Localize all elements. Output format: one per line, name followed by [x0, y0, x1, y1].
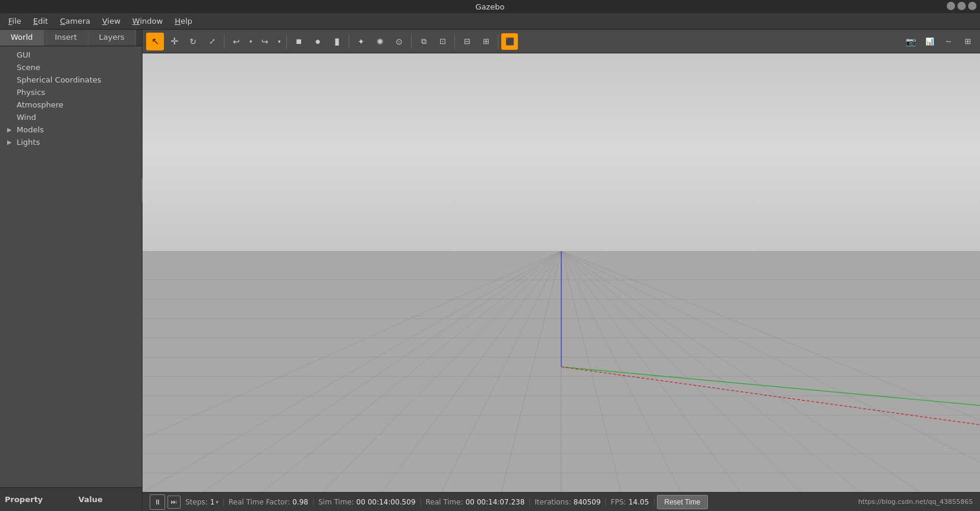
layout-button[interactable]: ⊞	[959, 33, 976, 50]
spot-light-button[interactable]: ⊙	[390, 33, 408, 50]
menu-file[interactable]: File	[2, 15, 27, 27]
minimize-button[interactable]	[947, 2, 955, 10]
tree-item-label: Models	[17, 125, 44, 134]
screenshot-button[interactable]: 📷	[902, 33, 919, 50]
menu-edit[interactable]: Edit	[27, 15, 54, 27]
fps-value: 14.05	[628, 498, 649, 506]
tree-item-spherical-coordinates[interactable]: Spherical Coordinates	[0, 74, 142, 86]
sphere-button[interactable]: ●	[309, 33, 327, 50]
step-icon: ⏭	[171, 499, 177, 505]
grid-overlay	[143, 251, 980, 492]
tree-item-models[interactable]: ▶ Models	[0, 123, 142, 136]
url-text: https://blog.csdn.net/qq_43855865	[858, 498, 973, 506]
toolbar-sep-6	[498, 34, 498, 49]
svg-line-19	[501, 251, 561, 492]
undo-button[interactable]: ↩	[227, 33, 245, 50]
right-side: ↖ ✛ ↻ ⤢ ↩ ▾ ↪ ▾ ■ ● ▮ ✦ ✺ ⊙ ⧉	[143, 30, 980, 511]
undo-dropdown[interactable]: ▾	[246, 33, 255, 50]
cylinder-button[interactable]: ▮	[328, 33, 346, 50]
left-panel: World Insert Layers GUI Scene Spherical …	[0, 30, 143, 511]
steps-label: Steps:	[185, 498, 208, 506]
tree-item-label: Atmosphere	[17, 100, 64, 109]
tree-item-gui[interactable]: GUI	[0, 49, 142, 61]
svg-line-28	[561, 251, 980, 492]
realtime2-label: Real Time:	[426, 498, 463, 506]
svg-line-30	[561, 367, 980, 405]
viewport[interactable]	[143, 53, 980, 492]
tree-item-label: Wind	[17, 113, 36, 122]
tree-item-wind[interactable]: Wind	[0, 111, 142, 123]
rotate-tool-button[interactable]: ↻	[184, 33, 202, 50]
iterations-label: Iterations:	[535, 498, 571, 506]
align-button[interactable]: ⊟	[458, 33, 476, 50]
tab-world[interactable]: World	[0, 30, 44, 46]
tree-item-label: Physics	[17, 88, 45, 97]
menu-camera[interactable]: Camera	[54, 15, 96, 27]
toolbar-sep-5	[454, 34, 455, 49]
value-col-header: Value	[78, 495, 103, 504]
snap-button[interactable]: ⊞	[477, 33, 495, 50]
fps-section: FPS: 14.05	[606, 498, 654, 506]
window-title: Gazebo	[475, 2, 504, 11]
menu-help[interactable]: Help	[169, 15, 198, 27]
select-tool-button[interactable]: ↖	[146, 33, 164, 50]
svg-line-27	[561, 251, 980, 492]
toolbar-sep-4	[411, 34, 412, 49]
steps-control[interactable]: 1 ▾	[210, 498, 219, 506]
step-button[interactable]: ⏭	[167, 496, 181, 509]
simtime-value: 00 00:14:00.509	[356, 498, 416, 506]
box-button[interactable]: ■	[290, 33, 308, 50]
copy-button[interactable]: ⧉	[415, 33, 432, 50]
tree-item-lights[interactable]: ▶ Lights	[0, 136, 142, 148]
tree-item-label: Spherical Coordinates	[17, 75, 102, 84]
tree-panel: GUI Scene Spherical Coordinates Physics …	[0, 46, 142, 487]
realtime2-value: 00 00:14:07.238	[466, 498, 525, 506]
reset-time-button[interactable]: Reset Time	[657, 495, 709, 509]
maximize-button[interactable]	[957, 2, 966, 10]
tree-item-physics[interactable]: Physics	[0, 86, 142, 99]
simtime-section: Sim Time: 00 00:14:00.509	[314, 498, 421, 506]
menu-window[interactable]: Window	[127, 15, 169, 27]
scale-tool-button[interactable]: ⤢	[203, 33, 221, 50]
tree-item-label: GUI	[17, 50, 30, 59]
redo-button[interactable]: ↪	[256, 33, 274, 50]
toolbar-right: 📷 📊 ～ ⊞	[902, 33, 976, 50]
realtime-factor-section: Real Time Factor: 0.98	[224, 498, 314, 506]
plot-button[interactable]: ～	[940, 33, 957, 50]
toolbar-sep-3	[349, 34, 349, 49]
svg-line-22	[561, 251, 681, 492]
tree-item-scene[interactable]: Scene	[0, 61, 142, 74]
iterations-value: 840509	[574, 498, 601, 506]
window-controls[interactable]	[947, 2, 976, 10]
url-bar: https://blog.csdn.net/qq_43855865	[858, 498, 973, 506]
close-button[interactable]	[968, 2, 976, 10]
tab-layers[interactable]: Layers	[88, 30, 136, 46]
steps-section: Steps: 1 ▾	[181, 498, 224, 506]
toolbar: ↖ ✛ ↻ ⤢ ↩ ▾ ↪ ▾ ■ ● ▮ ✦ ✺ ⊙ ⧉	[143, 30, 980, 53]
highlight-button[interactable]: ⬛	[501, 33, 518, 50]
tree-arrow-lights: ▶	[7, 139, 14, 145]
menubar: File Edit Camera View Window Help	[0, 13, 980, 30]
iterations-section: Iterations: 840509	[530, 498, 606, 506]
steps-dropdown-arrow[interactable]: ▾	[216, 499, 219, 505]
logging-button[interactable]: 📊	[921, 33, 938, 50]
realtime-label: Real Time Factor:	[229, 498, 290, 506]
redo-dropdown[interactable]: ▾	[275, 33, 283, 50]
pause-button[interactable]: ⏸	[150, 494, 165, 510]
paste-button[interactable]: ⊡	[434, 33, 451, 50]
statusbar: ⏸ ⏭ Steps: 1 ▾ Real Time Factor: 0.98 Si…	[143, 492, 980, 511]
tree-item-label: Scene	[17, 63, 40, 72]
steps-value: 1	[210, 498, 215, 506]
translate-tool-button[interactable]: ✛	[165, 33, 183, 50]
svg-line-16	[322, 251, 561, 492]
tab-insert[interactable]: Insert	[44, 30, 88, 46]
ground	[143, 251, 980, 492]
property-col-header: Property	[5, 495, 43, 504]
panel-tabs: World Insert Layers	[0, 30, 142, 46]
toolbar-sep-1	[224, 34, 225, 49]
point-light-button[interactable]: ✦	[352, 33, 370, 50]
menu-view[interactable]: View	[96, 15, 127, 27]
sun-light-button[interactable]: ✺	[371, 33, 389, 50]
scene-canvas	[143, 53, 980, 492]
tree-item-atmosphere[interactable]: Atmosphere	[0, 99, 142, 111]
